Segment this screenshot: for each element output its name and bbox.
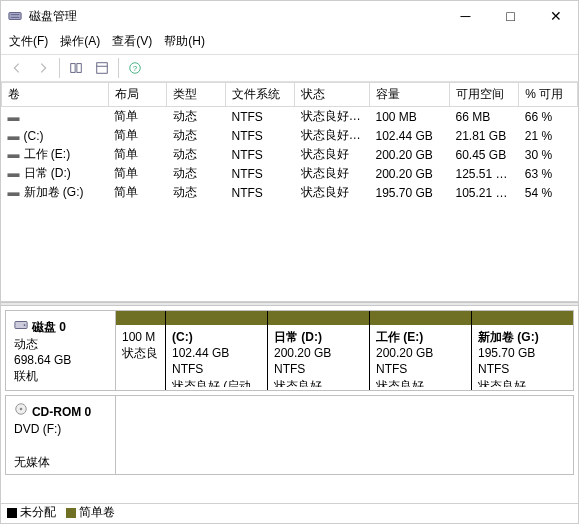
cdrom-name: CD-ROM 0 [32,405,91,419]
partition-status: 状态良好 [478,379,526,387]
refresh-button[interactable] [64,57,88,79]
partition-status: 状态良好 [376,379,424,387]
minimize-button[interactable]: ─ [443,1,488,31]
cdrom-header[interactable]: CD-ROM 0 DVD (F:) 无媒体 [6,396,116,474]
partition[interactable]: 工作 (E:)200.20 GB NTFS状态良好 [370,311,472,390]
volume-icon: ▬ [8,110,20,124]
volume-list[interactable]: 卷 布局 类型 文件系统 状态 容量 可用空间 % 可用 ▬简单动态NTFS状态… [1,82,578,302]
properties-button[interactable] [90,57,114,79]
col-free[interactable]: 可用空间 [449,83,518,107]
cdrom-row[interactable]: CD-ROM 0 DVD (F:) 无媒体 [5,395,574,475]
cd-icon [14,403,32,419]
window-title: 磁盘管理 [29,8,443,25]
partition-status: 状态良好 [274,379,322,387]
volume-icon: ▬ [8,147,20,161]
svg-rect-4 [77,64,81,73]
volume-icon: ▬ [8,166,20,180]
col-status[interactable]: 状态 [295,83,370,107]
svg-point-10 [24,324,26,326]
partition-title: 工作 (E:) [376,330,423,344]
menu-bar: 文件(F) 操作(A) 查看(V) 帮助(H) [1,31,578,54]
title-bar: 磁盘管理 ─ □ ✕ [1,1,578,31]
partition-status: 状态良 [122,346,158,360]
volume-icon: ▬ [8,185,20,199]
col-volume[interactable]: 卷 [2,83,109,107]
help-button[interactable]: ? [123,57,147,79]
disk-0-header[interactable]: 磁盘 0 动态 698.64 GB 联机 [6,311,116,390]
table-row[interactable]: ▬新加卷 (G:)简单动态NTFS状态良好195.70 GB105.21 …54… [2,183,578,202]
cdrom-status: 无媒体 [14,455,50,469]
svg-rect-1 [11,14,20,15]
table-row[interactable]: ▬日常 (D:)简单动态NTFS状态良好200.20 GB125.51 …63 … [2,164,578,183]
back-button[interactable] [5,57,29,79]
partition-band [370,311,471,325]
legend: 未分配 简单卷 [7,504,115,521]
cdrom-type: DVD (F:) [14,422,61,436]
toolbar-separator [118,58,119,78]
col-fs[interactable]: 文件系统 [225,83,294,107]
partition[interactable]: 新加卷 (G:)195.70 GB NTFS状态良好 [472,311,573,390]
disk-0-row[interactable]: 磁盘 0 动态 698.64 GB 联机 100 M状态良(C:)102.44 … [5,310,574,391]
partition-size: 200.20 GB NTFS [274,346,331,376]
disk-icon [14,318,32,334]
splitter[interactable] [1,302,578,306]
partition-size: 200.20 GB NTFS [376,346,433,376]
disk-0-name: 磁盘 0 [32,320,66,334]
legend-simple-volume: 简单卷 [66,504,115,521]
partition-band [472,311,573,325]
partition-band [166,311,267,325]
toolbar-separator [59,58,60,78]
svg-rect-2 [11,17,20,18]
svg-text:?: ? [133,64,138,73]
partition[interactable]: (C:)102.44 GB NTFS状态良好 (启动, 页面文 [166,311,268,390]
partition-title: 新加卷 (G:) [478,330,539,344]
legend-unallocated: 未分配 [7,504,56,521]
partition-title: (C:) [172,330,193,344]
partition[interactable]: 日常 (D:)200.20 GB NTFS状态良好 [268,311,370,390]
disk-0-status: 联机 [14,369,38,383]
svg-point-12 [20,408,23,411]
menu-action[interactable]: 操作(A) [60,33,100,50]
partition-status: 状态良好 (启动, 页面文 [172,379,255,387]
column-header-row[interactable]: 卷 布局 类型 文件系统 状态 容量 可用空间 % 可用 [2,83,578,107]
col-pctfree[interactable]: % 可用 [519,83,578,107]
svg-rect-5 [97,63,108,74]
partition[interactable]: 100 M状态良 [116,311,166,390]
app-icon [7,8,23,24]
cdrom-empty [116,396,573,474]
volume-icon: ▬ [8,129,20,143]
svg-rect-3 [71,64,75,73]
table-row[interactable]: ▬(C:)简单动态NTFS状态良好 (…102.44 GB21.81 GB21 … [2,126,578,145]
menu-view[interactable]: 查看(V) [112,33,152,50]
toolbar: ? [1,54,578,82]
partition-size: 102.44 GB NTFS [172,346,229,376]
partition-title: 日常 (D:) [274,330,322,344]
disk-graphical-panel: 磁盘 0 动态 698.64 GB 联机 100 M状态良(C:)102.44 … [1,310,578,475]
table-row[interactable]: ▬简单动态NTFS状态良好 (…100 MB66 MB66 % [2,107,578,127]
partition-band [268,311,369,325]
menu-help[interactable]: 帮助(H) [164,33,205,50]
partition-size: 100 M [122,330,155,344]
partition-size: 195.70 GB NTFS [478,346,535,376]
close-button[interactable]: ✕ [533,1,578,31]
menu-file[interactable]: 文件(F) [9,33,48,50]
partition-band [116,311,165,325]
maximize-button[interactable]: □ [488,1,533,31]
table-row[interactable]: ▬工作 (E:)简单动态NTFS状态良好200.20 GB60.45 GB30 … [2,145,578,164]
forward-button[interactable] [31,57,55,79]
disk-0-type: 动态 [14,337,38,351]
col-layout[interactable]: 布局 [108,83,167,107]
col-type[interactable]: 类型 [167,83,226,107]
col-capacity[interactable]: 容量 [369,83,449,107]
disk-0-size: 698.64 GB [14,353,71,367]
svg-rect-0 [9,13,21,20]
